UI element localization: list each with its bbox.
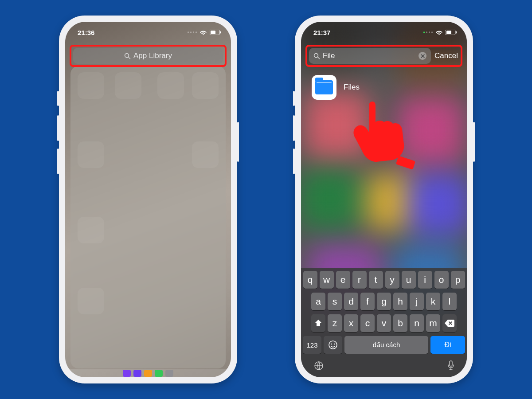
search-icon [313,53,320,59]
mute-switch[interactable] [57,91,59,106]
keyboard-row-3: zxcvbnm [303,314,465,332]
svg-rect-15 [450,361,452,366]
svg-line-9 [318,57,320,59]
key-r[interactable]: r [352,271,367,289]
status-bar: 21:36 [65,22,231,40]
key-b[interactable]: b [393,314,407,332]
screen-right: 21:37 File [301,22,467,377]
shift-key[interactable] [311,314,325,332]
go-key[interactable]: Đi [430,336,465,354]
clock: 21:37 [313,29,330,36]
key-p[interactable]: p [451,271,465,289]
wifi-icon [435,30,443,35]
numeric-key[interactable]: 123 [303,336,321,354]
tap-indicator-icon [351,102,417,179]
wifi-icon [200,30,207,35]
dictation-icon[interactable] [447,360,454,373]
search-highlight: App Library [70,45,227,67]
svg-point-12 [331,344,332,345]
key-z[interactable]: z [328,314,342,332]
app-library-search[interactable]: File [309,48,431,64]
battery-icon [446,30,457,35]
svg-point-11 [329,341,337,349]
key-m[interactable]: m [426,314,440,332]
svg-rect-1 [211,31,215,34]
key-i[interactable]: i [418,271,432,289]
keyboard-row-1: qwertyuiop [303,271,465,289]
volume-down[interactable] [57,149,59,174]
keyboard: qwertyuiop asdfghjkl zxcvbnm 123 dấu các… [301,268,467,377]
key-d[interactable]: d [344,293,358,310]
cancel-button[interactable]: Cancel [434,51,459,60]
space-key[interactable]: dấu cách [344,336,428,354]
battery-icon [210,30,221,35]
mute-switch[interactable] [293,91,295,106]
power-button[interactable] [237,122,239,162]
backspace-key[interactable] [442,314,457,332]
svg-rect-10 [396,156,415,169]
key-x[interactable]: x [344,314,358,332]
app-library-grid-blurred [70,66,226,368]
key-f[interactable]: f [360,293,375,310]
app-library-search[interactable]: App Library [73,48,223,64]
screen-left: 21:36 App Library [65,22,231,377]
volume-up[interactable] [293,115,295,141]
clear-icon[interactable] [419,52,426,60]
clock: 21:36 [78,29,94,36]
key-u[interactable]: u [402,271,416,289]
result-label: Files [344,83,360,92]
key-q[interactable]: q [303,271,317,289]
search-icon [124,53,131,59]
dock-strip [65,369,231,377]
key-a[interactable]: a [311,293,325,310]
key-l[interactable]: l [442,293,457,310]
search-result-row[interactable]: Files [312,75,360,100]
key-n[interactable]: n [410,314,424,332]
power-button[interactable] [473,122,475,162]
key-o[interactable]: o [434,271,449,289]
key-e[interactable]: e [336,271,350,289]
key-v[interactable]: v [377,314,391,332]
key-g[interactable]: g [377,293,391,310]
volume-down[interactable] [293,149,295,174]
status-bar: 21:37 [301,22,467,40]
phone-left: 21:36 App Library [59,16,237,383]
svg-rect-7 [456,31,457,34]
key-c[interactable]: c [360,314,375,332]
search-value: File [323,51,416,60]
keyboard-row-2: asdfghjkl [303,293,465,310]
search-highlight: File Cancel [305,45,462,67]
key-j[interactable]: j [410,293,424,310]
key-y[interactable]: y [385,271,399,289]
search-placeholder: App Library [133,51,172,60]
volume-up[interactable] [57,115,59,141]
svg-rect-6 [446,31,451,34]
svg-point-13 [334,344,335,345]
svg-rect-2 [220,31,221,34]
cellular-dots-icon [188,31,197,33]
phone-right: 21:37 File [295,16,473,383]
globe-icon[interactable] [313,360,324,373]
key-h[interactable]: h [393,293,407,310]
files-app-icon [312,75,336,100]
keyboard-row-4: 123 dấu cách Đi [303,336,465,354]
folder-icon [315,80,333,94]
key-k[interactable]: k [426,293,440,310]
key-s[interactable]: s [328,293,342,310]
svg-line-4 [129,57,130,59]
emoji-key[interactable] [324,336,342,354]
cellular-dots-icon [423,31,433,33]
key-w[interactable]: w [320,271,334,289]
key-t[interactable]: t [369,271,383,289]
